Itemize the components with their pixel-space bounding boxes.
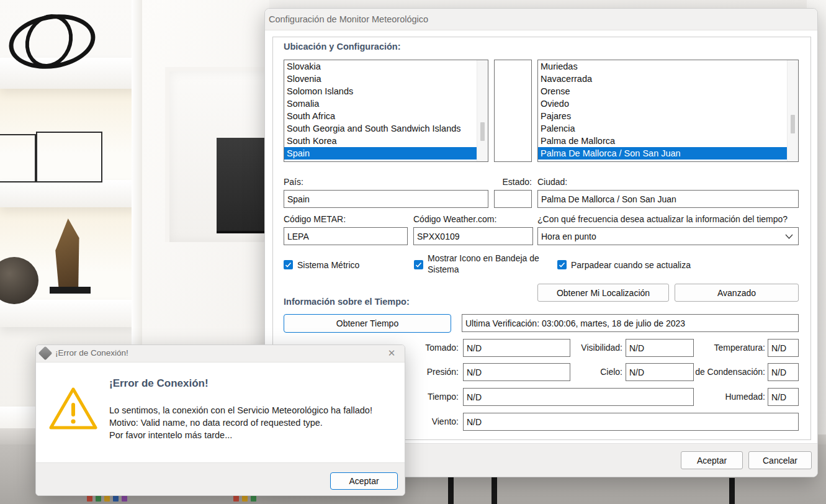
background-wood-sculpture-base	[50, 287, 91, 294]
list-item[interactable]: Slovenia	[284, 73, 488, 85]
error-window-title: ¡Error de Conexión!	[55, 348, 128, 358]
metar-code-input[interactable]: LEPA	[284, 227, 408, 245]
update-frequency-label: ¿Con qué frecuencia desea actualizar la …	[537, 214, 788, 225]
close-icon[interactable]: ✕	[382, 346, 402, 360]
country-listbox[interactable]: Slovakia Slovenia Solomon Islands Somali…	[284, 60, 488, 162]
humidity-label: Humedad:	[698, 388, 765, 406]
weather-label: Tiempo:	[408, 388, 459, 406]
main-title-bar[interactable]: Configuración de Monitor Meteorológico	[265, 9, 817, 30]
app-diamond-icon	[38, 346, 53, 361]
state-input[interactable]	[494, 190, 532, 208]
list-item[interactable]: Navacerrada	[538, 73, 798, 85]
taken-label: Tomado:	[408, 339, 459, 357]
wind-field[interactable]: N/D	[463, 413, 799, 431]
weather-code-input[interactable]: SPXX0109	[413, 227, 533, 245]
list-item[interactable]: Oviedo	[538, 97, 798, 110]
city-label: Ciudad:	[537, 176, 567, 187]
list-item[interactable]: Pajares	[538, 110, 798, 122]
state-listbox[interactable]	[494, 60, 532, 162]
background-glass-box-2	[36, 132, 102, 182]
dew-point-field[interactable]: N/D	[768, 363, 799, 381]
metric-system-label[interactable]: Sistema Métrico	[297, 259, 359, 271]
last-check-field: Ultima Verificación: 03:00:06, martes, 1…	[462, 314, 799, 332]
list-item[interactable]: South Korea	[284, 135, 488, 147]
weather-field[interactable]: N/D	[463, 388, 694, 406]
background-shelf-3	[0, 300, 138, 327]
error-accept-button[interactable]: Aceptar	[330, 472, 398, 490]
sky-label: Cielo:	[573, 363, 622, 381]
background-furniture-leg-1	[448, 475, 454, 504]
list-item[interactable]: Somalia	[284, 97, 488, 110]
accept-button[interactable]: Aceptar	[681, 451, 743, 469]
dew-point-label: de Condensación:	[685, 363, 765, 381]
list-item-selected[interactable]: Palma De Mallorca / Son San Juan	[538, 147, 798, 160]
humidity-field[interactable]: N/D	[768, 388, 799, 406]
list-item[interactable]: Palma de Mallorca	[538, 135, 798, 147]
update-frequency-value: Hora en punto	[541, 232, 596, 241]
list-item-selected[interactable]: Spain	[284, 147, 488, 160]
list-item[interactable]: Palencia	[538, 122, 798, 135]
background-furniture-leg-3	[729, 478, 735, 504]
list-item[interactable]: South Africa	[284, 110, 488, 122]
blink-on-update-checkbox[interactable]	[557, 260, 567, 269]
pressure-label: Presión:	[408, 363, 459, 381]
weather-code-label: Código Weather.com:	[413, 214, 496, 225]
tray-icon-checkbox[interactable]	[414, 260, 423, 269]
list-item[interactable]: Orense	[538, 85, 798, 97]
pressure-field[interactable]: N/D	[463, 363, 570, 381]
cancel-button[interactable]: Cancelar	[748, 451, 812, 469]
main-window-title: Configuración de Monitor Meteorológico	[269, 14, 428, 24]
advanced-button[interactable]: Avanzado	[675, 284, 799, 302]
connection-error-dialog: ¡Error de Conexión! ✕ ¡Error de Conexión…	[35, 344, 405, 496]
country-input[interactable]: Spain	[284, 190, 488, 208]
error-heading: ¡Error de Conexión!	[109, 377, 209, 390]
background-shelf-2	[0, 180, 138, 207]
temperature-field[interactable]: N/D	[768, 339, 799, 357]
error-title-bar[interactable]: ¡Error de Conexión! ✕	[36, 345, 405, 362]
country-list-scrollbar[interactable]	[477, 60, 488, 161]
metric-system-checkbox[interactable]	[284, 260, 293, 269]
scrollbar-thumb[interactable]	[480, 122, 485, 141]
wind-label: Viento:	[408, 413, 459, 431]
get-my-location-button[interactable]: Obtener Mi Localización	[537, 284, 669, 302]
scrollbar-thumb[interactable]	[791, 115, 795, 133]
error-message-line-1: Lo sentimos, la conexión con el Servicio…	[109, 405, 372, 415]
tray-icon-label-line2[interactable]: Sistema	[428, 264, 459, 275]
visibility-label: Visibilidad:	[573, 339, 622, 357]
error-message-line-3: Por favor intentelo más tarde...	[109, 430, 232, 440]
chevron-down-icon	[785, 232, 793, 241]
visibility-field[interactable]: N/D	[626, 339, 694, 357]
error-message-line-2: Motivo: Valid name, no data record of re…	[109, 418, 323, 428]
background-glass-box-1	[0, 134, 36, 182]
get-weather-button[interactable]: Obtener Tiempo	[284, 314, 451, 333]
tray-icon-label-line1[interactable]: Mostrar Icono en Bandeja de	[428, 253, 539, 264]
city-list-scrollbar[interactable]	[787, 60, 798, 161]
screen: Configuración de Monitor Meteorológico U…	[0, 0, 826, 504]
country-label: País:	[284, 176, 303, 187]
list-item[interactable]: Slovakia	[284, 60, 488, 73]
warning-triangle-icon	[49, 387, 97, 433]
group-title-location: Ubicación y Configuración:	[284, 42, 401, 52]
temperature-label: Temperatura:	[698, 339, 765, 357]
blink-on-update-label[interactable]: Parpadear cuando se actualiza	[571, 259, 691, 271]
list-item[interactable]: Solomon Islands	[284, 85, 488, 97]
city-input[interactable]: Palma De Mallorca / Son San Juan	[537, 190, 799, 208]
background-furniture-leg-2	[492, 475, 497, 504]
city-listbox[interactable]: Muriedas Navacerrada Orense Oviedo Pajar…	[537, 60, 799, 162]
weather-info-section-title: Información sobre el Tiempo:	[284, 297, 410, 307]
list-item[interactable]: South Georgia and South Sandwich Islands	[284, 122, 488, 135]
sky-field[interactable]: N/D	[626, 363, 694, 381]
list-item[interactable]: Muriedas	[538, 60, 798, 73]
update-frequency-select[interactable]: Hora en punto	[537, 227, 799, 245]
metar-code-label: Código METAR:	[284, 214, 346, 225]
state-label: Estado:	[494, 176, 532, 187]
taken-field[interactable]: N/D	[463, 339, 570, 357]
